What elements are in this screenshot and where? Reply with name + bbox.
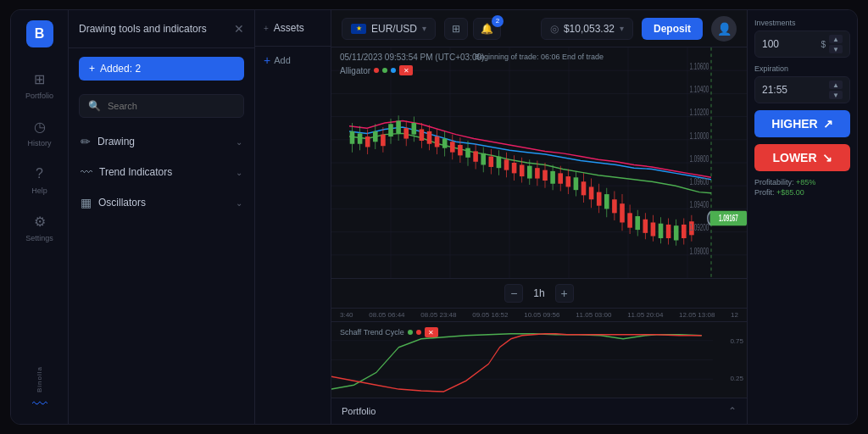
svg-rect-85 [612, 199, 617, 213]
investment-amount: 100 [762, 38, 817, 50]
time-tick-4: 09.05 16:52 [472, 311, 508, 319]
investment-down-button[interactable]: ▼ [829, 45, 843, 53]
assets-plus-icon: + [264, 24, 269, 33]
assets-add-button[interactable]: + Add [255, 47, 331, 74]
deposit-button[interactable]: Deposit [642, 18, 703, 40]
sidebar-item-help[interactable]: ? Help [11, 156, 68, 203]
lower-label: LOWER [772, 151, 816, 164]
dot-indicator-3 [391, 68, 396, 73]
trend-label: Trend Indicators [99, 166, 172, 178]
svg-rect-79 [589, 186, 594, 199]
category-drawing[interactable]: ✏ Drawing ⌄ [69, 126, 254, 157]
svg-text:1.09400: 1.09400 [689, 199, 709, 209]
svg-rect-41 [442, 139, 448, 148]
svg-rect-29 [396, 121, 401, 134]
expiration-down-button[interactable]: ▼ [829, 91, 843, 99]
profitability-row: Profitability: +85% [754, 178, 850, 186]
settings-icon: ⚙ [31, 212, 49, 231]
notifications-button[interactable]: 🔔 2 [473, 18, 501, 40]
svg-rect-57 [504, 159, 509, 170]
portfolio-icon: ⊞ [31, 70, 49, 88]
svg-rect-83 [604, 194, 609, 209]
svg-rect-93 [643, 220, 648, 233]
svg-rect-19 [358, 133, 363, 143]
added-badge[interactable]: + Added: 2 [79, 57, 244, 81]
svg-rect-95 [651, 222, 656, 236]
higher-button[interactable]: HIGHER ↗ [754, 110, 850, 137]
added-count: Added: 2 [100, 63, 141, 75]
drawing-tools-panel: Drawing tools and indicators ✕ + Added: … [69, 10, 255, 424]
sidebar-item-portfolio[interactable]: ⊞ Portfolio [11, 61, 68, 108]
investments-label: Investments [754, 19, 850, 27]
svg-rect-25 [381, 135, 386, 147]
search-box[interactable]: 🔍 [79, 94, 244, 118]
svg-rect-77 [581, 181, 587, 195]
binolla-brand: Binolla 〰 [32, 366, 47, 414]
chart-body: 05/11/2023 09:53:54 PM (UTC+03:00) Allig… [331, 47, 747, 278]
sidebar-item-settings[interactable]: ⚙ Settings [11, 203, 68, 251]
expiration-stepper: ▲ ▼ [829, 81, 843, 99]
profitability-section: Profitability: +85% Profit: +$85.00 [754, 178, 850, 197]
time-axis: 3:40 08.05 06:44 08.05 23:48 09.05 16:52… [331, 309, 747, 322]
time-decrease-button[interactable]: − [504, 284, 523, 303]
oscillator-icon: ▦ [81, 196, 92, 209]
expiration-up-button[interactable]: ▲ [829, 81, 843, 89]
svg-rect-71 [558, 173, 563, 183]
svg-rect-33 [412, 123, 417, 135]
category-trend[interactable]: 〰 Trend Indicators ⌄ [69, 157, 254, 187]
assets-title: Assets [274, 22, 304, 34]
svg-rect-49 [473, 151, 478, 161]
svg-text:1.09200: 1.09200 [689, 223, 709, 233]
svg-rect-51 [481, 153, 486, 165]
close-icon[interactable]: ✕ [234, 22, 244, 36]
svg-text:1.10000: 1.10000 [689, 131, 709, 141]
currency-pair-selector[interactable]: ★ EUR/USD ▾ [342, 18, 436, 40]
svg-rect-47 [465, 148, 470, 158]
svg-text:1.10200: 1.10200 [689, 108, 709, 118]
osc-label-75: 0.75 [718, 337, 743, 345]
investment-currency: $ [821, 40, 826, 49]
profitability-value: +85% [796, 178, 815, 186]
time-controls: − 1h + [331, 278, 747, 309]
indicators-button[interactable]: ⊞ [444, 18, 468, 40]
category-oscillators[interactable]: ▦ Oscillators ⌄ [69, 187, 254, 218]
oscillator-axis: 0.75 0.25 [718, 322, 743, 398]
assets-panel: + Assets + Add [255, 10, 331, 424]
balance-display[interactable]: ◎ $10,053.32 ▾ [541, 18, 633, 40]
balance-amount: $10,053.32 [564, 23, 615, 35]
investment-up-button[interactable]: ▲ [829, 35, 843, 43]
balance-chevron-icon: ▾ [620, 24, 624, 33]
svg-rect-45 [458, 145, 463, 155]
osc-label-25: 0.25 [718, 375, 743, 382]
chevron-down-icon-osc: ⌄ [236, 198, 242, 208]
svg-rect-69 [550, 171, 555, 184]
lower-button[interactable]: LOWER ↘ [754, 144, 850, 171]
svg-rect-53 [489, 157, 494, 167]
oscillator-section: Schaff Trend Cycle ✕ 0.75 0.25 [331, 322, 747, 398]
svg-rect-73 [566, 176, 571, 186]
investments-section: Investments 100 $ ▲ ▼ [754, 19, 850, 58]
left-navigation: B ⊞ Portfolio ◷ History ? Help ⚙ Setting… [11, 10, 69, 424]
time-increase-button[interactable]: + [555, 284, 574, 303]
svg-rect-101 [674, 225, 679, 240]
app-logo: B [26, 20, 53, 47]
portfolio-label: Portfolio [25, 92, 53, 100]
oscillator-chart [331, 322, 713, 398]
chart-header: ★ EUR/USD ▾ ⊞ 🔔 2 ◎ $10,053.32 ▾ Deposit… [331, 10, 747, 47]
portfolio-chevron-icon: ⌃ [728, 405, 737, 417]
sidebar-item-history[interactable]: ◷ History [11, 108, 68, 156]
portfolio-label: Portfolio [342, 406, 376, 416]
svg-rect-27 [388, 124, 393, 136]
wallet-icon: ◎ [550, 23, 559, 35]
alligator-label: Alligator [340, 66, 370, 75]
profit-row: Profit: +$85.00 [754, 188, 850, 197]
alligator-close[interactable]: ✕ [399, 65, 413, 75]
svg-rect-67 [542, 170, 548, 181]
portfolio-bar[interactable]: Portfolio ⌃ [331, 398, 747, 424]
svg-rect-97 [659, 224, 664, 238]
add-label: Add [274, 55, 291, 65]
avatar[interactable]: 👤 [711, 16, 737, 42]
search-input[interactable] [108, 101, 235, 111]
search-icon: 🔍 [88, 100, 101, 112]
svg-rect-55 [497, 157, 502, 169]
